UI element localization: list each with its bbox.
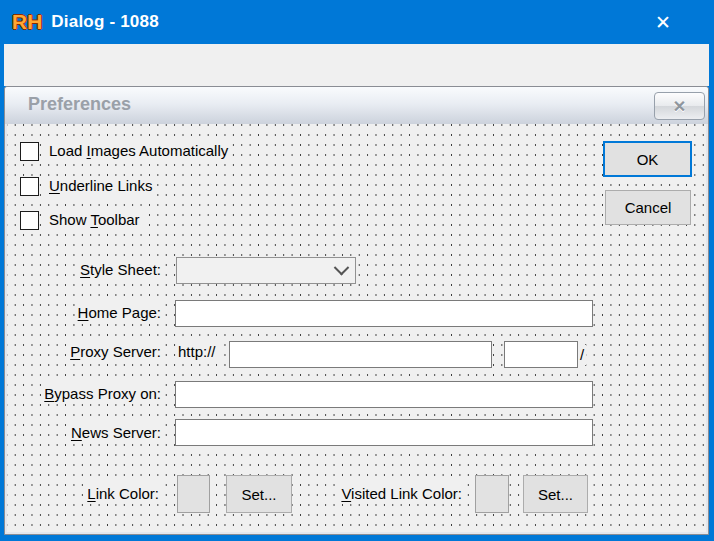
preferences-title: Preferences bbox=[28, 94, 131, 115]
dialog-client-area: Load Images Automatically Underline Link… bbox=[7, 124, 706, 532]
window-title: Dialog - 1088 bbox=[51, 12, 158, 32]
preferences-titlebar: Preferences ✕ bbox=[5, 87, 708, 124]
app-window: RH Dialog - 1088 ✕ Preferences ✕ Load Im… bbox=[0, 0, 714, 541]
checkbox-load-images[interactable]: Load Images Automatically bbox=[20, 140, 230, 162]
preferences-window: Preferences ✕ Load Images Automatically … bbox=[4, 86, 709, 535]
close-icon: ✕ bbox=[655, 11, 671, 34]
checkbox-show-toolbar[interactable]: Show Toolbar bbox=[20, 209, 142, 231]
checkbox-underline-links[interactable]: Underline Links bbox=[20, 175, 154, 197]
link-color-set-button[interactable]: Set... bbox=[226, 475, 292, 513]
home-page-input[interactable] bbox=[175, 300, 593, 327]
visited-link-color-set-button[interactable]: Set... bbox=[523, 475, 588, 513]
visited-link-color-swatch bbox=[475, 475, 509, 513]
proxy-suffix-text: / bbox=[578, 345, 586, 365]
checkbox-show-toolbar-label: Show Toolbar bbox=[47, 210, 142, 230]
window-close-button[interactable]: ✕ bbox=[638, 0, 688, 44]
proxy-server-label: Proxy Server: bbox=[68, 342, 163, 362]
bypass-proxy-label: Bypass Proxy on: bbox=[42, 384, 163, 404]
chevron-down-icon bbox=[334, 260, 350, 276]
news-server-label: News Server: bbox=[69, 423, 163, 443]
style-sheet-label: Style Sheet: bbox=[78, 260, 163, 280]
checkbox-load-images-label: Load Images Automatically bbox=[47, 141, 230, 161]
news-server-input[interactable] bbox=[175, 419, 593, 446]
checkbox-underline-links-label: Underline Links bbox=[47, 176, 154, 196]
preferences-close-button[interactable]: ✕ bbox=[654, 92, 705, 120]
cancel-button[interactable]: Cancel bbox=[605, 190, 691, 225]
close-icon: ✕ bbox=[673, 97, 686, 116]
link-color-label: Link Color: bbox=[85, 484, 161, 504]
style-sheet-select[interactable] bbox=[176, 257, 356, 284]
checkbox-box bbox=[20, 142, 39, 161]
ok-button-label: OK bbox=[637, 151, 659, 168]
proxy-host-input[interactable] bbox=[229, 341, 492, 368]
proxy-port-input[interactable] bbox=[504, 341, 578, 368]
home-page-label: Home Page: bbox=[76, 303, 163, 323]
ok-button[interactable]: OK bbox=[603, 141, 692, 177]
proxy-prefix-text: http:// bbox=[176, 342, 218, 362]
window-titlebar: RH Dialog - 1088 ✕ bbox=[0, 0, 714, 44]
app-logo-icon: RH bbox=[12, 10, 42, 34]
toolbar-strip bbox=[4, 44, 709, 86]
set-button-label: Set... bbox=[538, 486, 573, 503]
bypass-proxy-input[interactable] bbox=[175, 381, 593, 408]
visited-link-color-label: Visited Link Color: bbox=[339, 484, 464, 504]
checkbox-box bbox=[20, 211, 39, 230]
cancel-button-label: Cancel bbox=[625, 199, 672, 216]
set-button-label: Set... bbox=[241, 486, 276, 503]
link-color-swatch bbox=[177, 475, 210, 513]
checkbox-box bbox=[20, 177, 39, 196]
